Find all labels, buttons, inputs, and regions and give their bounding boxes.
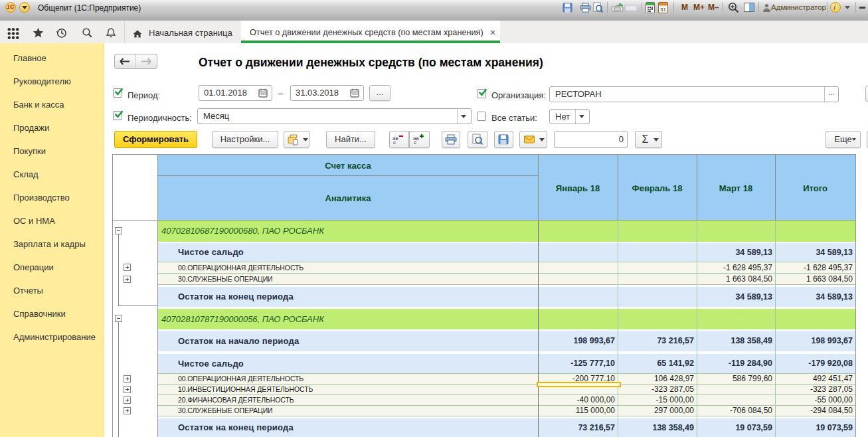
svg-text:с: с <box>393 139 396 145</box>
svg-text:с: с <box>414 139 416 145</box>
svg-text:31: 31 <box>660 7 666 13</box>
